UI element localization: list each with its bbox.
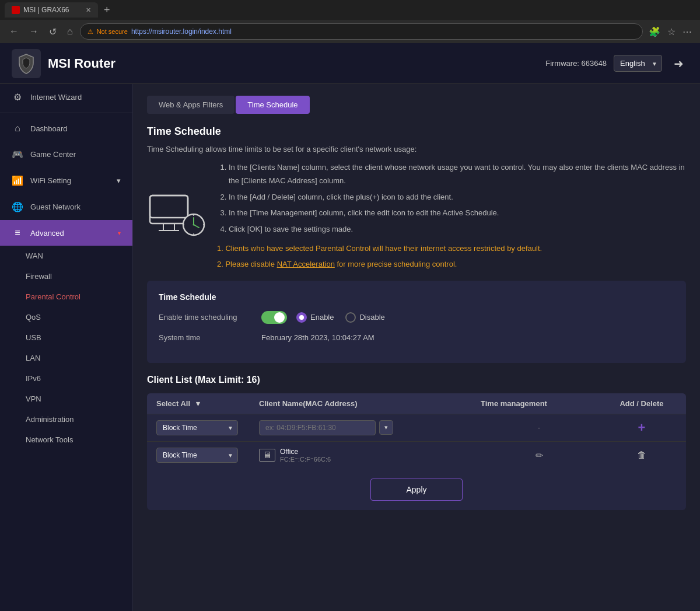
col-header-client: Client Name(MAC Address) [259, 399, 471, 408]
back-button[interactable]: ← [6, 24, 22, 39]
nat-acceleration-link[interactable]: NAT Acceleration [277, 260, 335, 268]
toggle-switch[interactable] [261, 311, 287, 324]
radio-circle-enable [296, 312, 307, 323]
enable-option-label: Enable [310, 313, 334, 322]
client-list-section: Client List (Max Limit: 16) Select All ▾… [147, 375, 686, 510]
enable-row: Enable time scheduling Enable Disable [159, 311, 674, 324]
sidebar-subitem-network-tools[interactable]: Network Tools [0, 430, 132, 450]
address-bar[interactable]: ⚠ Not secure https://msirouter.login/ind… [80, 23, 643, 40]
browser-menu-button[interactable]: ⋯ [680, 24, 694, 40]
system-time-value: February 28th 2023, 10:04:27 AM [261, 333, 374, 342]
radio-disable[interactable]: Disable [345, 312, 384, 323]
guest-network-icon: 🌐 [12, 201, 23, 212]
add-client-button[interactable]: + [638, 420, 646, 435]
chevron-down-red-icon: ▾ [118, 230, 121, 236]
radio-circle-disable [345, 312, 356, 323]
device-name: Office [280, 448, 331, 456]
sidebar-item-dashboard[interactable]: ⌂ Dashboard [0, 116, 132, 141]
mac-input-cell: ▾ [259, 420, 471, 435]
time-mgmt-cell-1: - [481, 423, 597, 432]
browser-nav-bar: ← → ↺ ⌂ ⚠ Not secure https://msirouter.l… [0, 20, 700, 43]
edit-schedule-button[interactable]: ✏ [533, 448, 545, 463]
sidebar-item-label: WiFi Setting [30, 176, 110, 185]
instruction-item: In the [Clients Name] column, select the… [229, 160, 686, 188]
sidebar-subitem-parental-control[interactable]: Parental Control [0, 287, 132, 307]
instructions-list: In the [Clients Name] column, select the… [217, 160, 686, 271]
block-time-select-cell-2: Block Time [156, 448, 250, 463]
browser-titlebar: MSI | GRAX66 ✕ + [0, 0, 700, 20]
extensions-button[interactable]: 🧩 [646, 24, 663, 40]
logout-button[interactable]: ➜ [669, 54, 688, 73]
firmware-label: Firmware: 663648 [545, 59, 607, 68]
tab-title: MSI | GRAX66 [23, 6, 69, 14]
table-header: Select All ▾ Client Name(MAC Address) Ti… [147, 393, 686, 414]
main-content: Web & Apps Filters Time Schedule Time Sc… [133, 84, 700, 611]
device-info: Office FC:E⁻:C:F⁻66C:6 [280, 448, 331, 463]
sidebar-subitem-firewall[interactable]: Firewall [0, 266, 132, 287]
sidebar-subitem-usb[interactable]: USB [0, 327, 132, 348]
warnings-area: 1. Clients who have selected Parental Co… [217, 242, 686, 271]
language-select[interactable]: English [614, 55, 662, 72]
sidebar-item-advanced[interactable]: ≡ Advanced ▾ [0, 220, 132, 246]
tab-time-schedule[interactable]: Time Schedule [236, 96, 309, 114]
forward-button[interactable]: → [26, 24, 42, 39]
mac-address-input[interactable] [259, 420, 376, 435]
tab-favicon [12, 6, 20, 14]
sidebar-item-game-center[interactable]: 🎮 Game Center [0, 141, 132, 167]
instruction-item: In the [Time Management] column, click t… [229, 206, 686, 219]
add-delete-cell-2: 🗑 [607, 448, 677, 463]
browser-tab[interactable]: MSI | GRAX66 ✕ [5, 2, 98, 18]
enable-label: Enable time scheduling [159, 313, 252, 322]
address-url: https://msirouter.login/index.html [131, 27, 232, 36]
svg-rect-0 [150, 195, 188, 224]
game-center-icon: 🎮 [12, 149, 23, 160]
device-mac: FC:E⁻:C:F⁻66C:6 [280, 456, 331, 463]
logo-shield [12, 49, 41, 78]
security-warning-text: Not secure [97, 28, 128, 35]
refresh-button[interactable]: ↺ [46, 24, 60, 40]
tab-web-apps-filters[interactable]: Web & Apps Filters [147, 96, 235, 114]
system-time-row: System time February 28th 2023, 10:04:27… [159, 333, 674, 342]
apply-row: Apply [147, 469, 686, 510]
radio-enable[interactable]: Enable [296, 312, 334, 323]
home-button[interactable]: ⌂ [64, 24, 76, 39]
block-time-select-1[interactable]: Block Time [156, 420, 238, 435]
block-time-select-2[interactable]: Block Time [156, 448, 238, 463]
sidebar-item-internet-wizard[interactable]: ⚙ Internet Wizard [0, 84, 132, 110]
advanced-icon: ≡ [12, 228, 23, 238]
sidebar-subitem-lan[interactable]: LAN [0, 348, 132, 368]
mac-dropdown-button[interactable]: ▾ [379, 420, 393, 435]
client-list-title: Client List (Max Limit: 16) [147, 375, 686, 385]
page-title: Time Schedule [147, 125, 686, 138]
internet-wizard-icon: ⚙ [12, 92, 23, 103]
radio-group: Enable Disable [296, 312, 385, 323]
sidebar-subitem-administration[interactable]: Administration [0, 409, 132, 430]
apply-button[interactable]: Apply [370, 479, 462, 501]
info-box: In the [Clients Name] column, select the… [147, 160, 686, 271]
new-tab-button[interactable]: + [100, 3, 114, 18]
app-body: ⚙ Internet Wizard ⌂ Dashboard 🎮 Game Cen… [0, 84, 700, 611]
sidebar-subitem-wan[interactable]: WAN [0, 246, 132, 266]
sidebar-subitem-ipv6[interactable]: IPv6 [0, 368, 132, 389]
wifi-icon: 📶 [12, 175, 23, 186]
tab-close-icon[interactable]: ✕ [86, 6, 91, 14]
icon-area [147, 160, 205, 271]
select-all-dropdown-icon[interactable]: ▾ [196, 399, 200, 408]
add-delete-cell-1: + [607, 420, 677, 435]
dashboard-icon: ⌂ [12, 123, 23, 134]
sidebar-item-guest-network[interactable]: 🌐 Guest Network [0, 194, 132, 220]
block-time-select-cell-1: Block Time [156, 420, 250, 435]
app-wrapper: MSI Router Firmware: 663648 English ➜ ⚙ … [0, 43, 700, 611]
sidebar-item-label: Internet Wizard [30, 93, 121, 102]
delete-client-button[interactable]: 🗑 [635, 448, 649, 463]
sidebar-subitem-qos[interactable]: QoS [0, 307, 132, 327]
favorites-button[interactable]: ☆ [665, 24, 678, 40]
device-cell: 🖥 Office FC:E⁻:C:F⁻66C:6 [259, 448, 471, 463]
table-wrapper: Select All ▾ Client Name(MAC Address) Ti… [147, 393, 686, 510]
disable-option-label: Disable [359, 313, 384, 322]
page-description: Time Scheduling allows time limits to be… [147, 145, 686, 153]
warning-text: 2. Please disable NAT Acceleration for m… [217, 257, 686, 271]
sidebar-subitem-vpn[interactable]: VPN [0, 389, 132, 409]
col-header-select: Select All ▾ [156, 399, 250, 408]
sidebar-item-wifi-setting[interactable]: 📶 WiFi Setting ▾ [0, 167, 132, 194]
